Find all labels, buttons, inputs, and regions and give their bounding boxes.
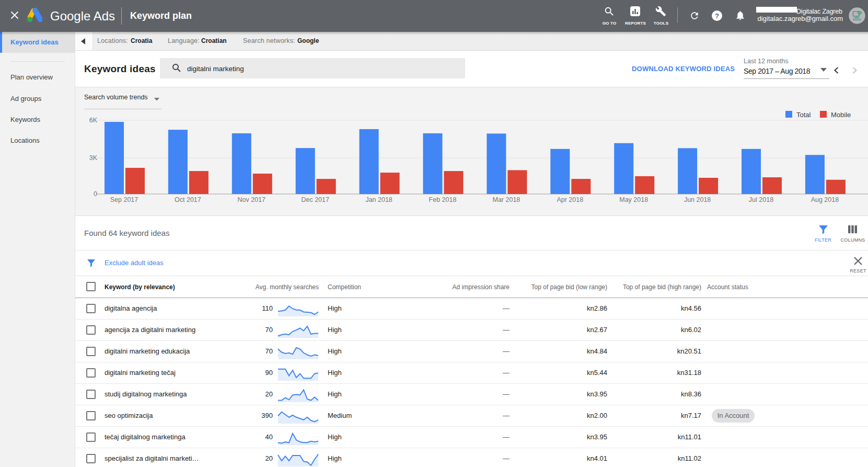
svg-text:?: ?	[715, 12, 719, 20]
svg-text:Jul 2018: Jul 2018	[749, 196, 773, 203]
svg-text:Apr 2018: Apr 2018	[557, 196, 583, 203]
svg-text:Sep 2017: Sep 2017	[110, 196, 138, 203]
svg-text:Aug 2018: Aug 2018	[811, 196, 839, 203]
svg-text:0: 0	[94, 190, 97, 198]
svg-text:Nov 2017: Nov 2017	[238, 196, 266, 203]
svg-text:Oct 2017: Oct 2017	[175, 196, 201, 203]
svg-text:Mar 2018: Mar 2018	[492, 196, 520, 203]
svg-text:Jan 2018: Jan 2018	[365, 196, 392, 203]
svg-text:Feb 2018: Feb 2018	[429, 196, 457, 203]
svg-text:3K: 3K	[89, 154, 98, 162]
svg-text:6K: 6K	[89, 117, 98, 124]
svg-text:Dec 2017: Dec 2017	[301, 196, 329, 203]
svg-text:May 2018: May 2018	[619, 196, 648, 203]
svg-text:Jun 2018: Jun 2018	[684, 196, 711, 203]
